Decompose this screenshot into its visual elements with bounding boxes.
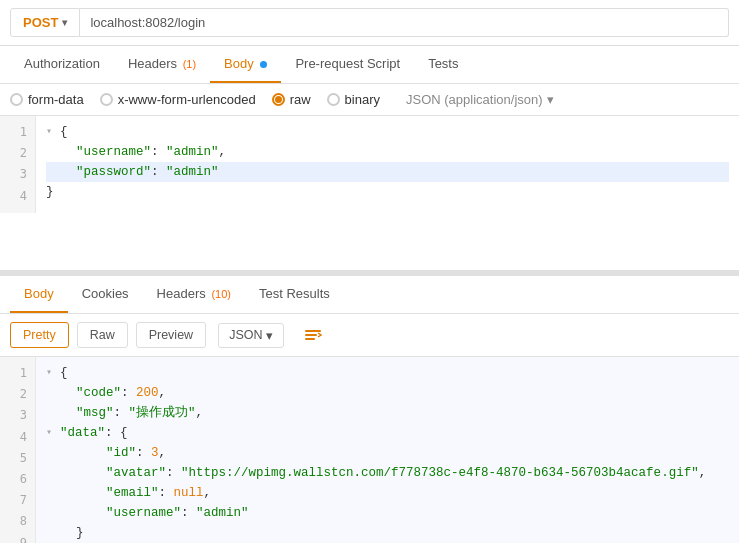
format-selector[interactable]: JSON ▾ [218,323,284,348]
raw-button[interactable]: Raw [77,322,128,348]
response-tabs: Body Cookies Headers (10) Test Results [0,276,739,314]
resp-line-num-3: 3 [0,405,35,426]
option-urlencoded[interactable]: x-www-form-urlencoded [100,92,256,107]
option-raw[interactable]: raw [272,92,311,107]
svg-rect-0 [305,330,321,332]
resp-line-num-9: 9 [0,533,35,544]
code-content[interactable]: ▾ { "username": "admin", "password": "ad… [36,116,739,213]
resp-line-7: "email": null, [46,483,729,503]
arrow-1: ▾ [46,124,58,140]
line-num-4: 4 [0,186,35,207]
body-dot [260,61,267,68]
tab-body[interactable]: Body [210,46,281,83]
json-type-selector[interactable]: JSON (application/json) ▾ [406,92,554,107]
line-num-3: 3 [0,164,35,185]
resp-headers-badge: (10) [211,288,231,300]
req-line-1: ▾ { [46,122,729,142]
resp-line-num-8: 8 [0,511,35,532]
url-input[interactable] [80,8,729,37]
resp-line-num-2: 2 [0,384,35,405]
line-num-2: 2 [0,143,35,164]
resp-tab-test-results[interactable]: Test Results [245,276,344,313]
req-line-2: "username": "admin", [46,142,729,162]
resp-line-num-7: 7 [0,490,35,511]
method-button[interactable]: POST ▾ [10,8,80,37]
preview-button[interactable]: Preview [136,322,206,348]
resp-tab-headers[interactable]: Headers (10) [143,276,245,313]
tab-pre-request[interactable]: Pre-request Script [281,46,414,83]
option-form-data[interactable]: form-data [10,92,84,107]
tab-headers[interactable]: Headers (1) [114,46,210,83]
option-binary[interactable]: binary [327,92,380,107]
svg-rect-2 [305,338,315,340]
req-line-4: } [46,182,729,202]
resp-tab-cookies[interactable]: Cookies [68,276,143,313]
response-toolbar: Pretty Raw Preview JSON ▾ [0,314,739,357]
resp-line-3: "msg": "操作成功", [46,403,729,423]
line-numbers: 1 2 3 4 [0,116,36,213]
wrap-button[interactable] [298,322,328,348]
method-label: POST [23,15,58,30]
resp-line-6: "avatar": "https://wpimg.wallstcn.com/f7… [46,463,729,483]
wrap-icon [304,326,322,344]
tab-tests[interactable]: Tests [414,46,472,83]
resp-line-numbers: 1 2 3 4 5 6 7 8 9 10 [0,357,36,543]
resp-line-4: ▾ "data": { [46,423,729,443]
req-line-3: "password": "admin" [46,162,729,182]
url-bar: POST ▾ [0,0,739,46]
resp-tab-body[interactable]: Body [10,276,68,313]
resp-line-8: "username": "admin" [46,503,729,523]
resp-line-1: ▾ { [46,363,729,383]
resp-line-num-4: 4 [0,427,35,448]
tab-authorization[interactable]: Authorization [10,46,114,83]
resp-code-content: ▾ { "code": 200, "msg": "操作成功", ▾ "data"… [36,357,739,543]
method-chevron: ▾ [62,17,67,28]
resp-code-lines: 1 2 3 4 5 6 7 8 9 10 ▾ { "code": 200, "m… [0,357,739,543]
headers-badge: (1) [183,58,196,70]
radio-binary [327,93,340,106]
radio-form-data [10,93,23,106]
request-body-editor: 1 2 3 4 ▾ { "username": "admin", "passwo… [0,116,739,276]
radio-urlencoded [100,93,113,106]
code-lines: 1 2 3 4 ▾ { "username": "admin", "passwo… [0,116,739,213]
resp-line-2: "code": 200, [46,383,729,403]
resp-line-9: } [46,523,729,543]
json-type-chevron: ▾ [547,92,554,107]
line-num-1: 1 [0,122,35,143]
resp-line-num-5: 5 [0,448,35,469]
radio-raw [272,93,285,106]
resp-line-5: "id": 3, [46,443,729,463]
svg-rect-1 [305,334,317,336]
body-options: form-data x-www-form-urlencoded raw bina… [0,84,739,116]
resp-line-num-6: 6 [0,469,35,490]
request-tabs: Authorization Headers (1) Body Pre-reque… [0,46,739,84]
response-section: Body Cookies Headers (10) Test Results P… [0,276,739,543]
resp-line-num-1: 1 [0,363,35,384]
format-chevron: ▾ [266,328,273,343]
response-body-editor: 1 2 3 4 5 6 7 8 9 10 ▾ { "code": 200, "m… [0,357,739,543]
pretty-button[interactable]: Pretty [10,322,69,348]
